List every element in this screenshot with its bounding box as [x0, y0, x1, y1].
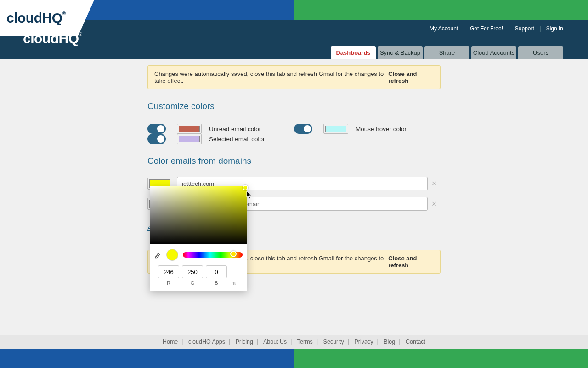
top-utility-links: My Account | Get For Free! | Support | S…	[430, 25, 563, 32]
save-notice: Changes were automatically saved, close …	[147, 65, 441, 89]
domain-remove-1[interactable]: ×	[428, 199, 441, 209]
close-refresh-link[interactable]: Close and refresh	[388, 70, 434, 84]
close-refresh-link-bottom[interactable]: Close and refresh	[388, 255, 434, 269]
label-hover: Mouse hover color	[356, 126, 407, 132]
footer-blog[interactable]: Blog	[384, 339, 395, 345]
logo-text: cloudHQ®	[6, 10, 62, 26]
rgb-r-input[interactable]	[158, 265, 179, 278]
get-free-link[interactable]: Get For Free!	[470, 25, 503, 32]
rgb-b-label: B	[206, 280, 227, 286]
hue-thumb[interactable]	[230, 251, 237, 257]
swatch-unread[interactable]	[177, 124, 202, 134]
nav-tabs: Dashboards Sync & Backup Share Cloud Acc…	[331, 46, 563, 59]
section-title-domains: Color emails from domains	[147, 156, 441, 170]
toggle-hover[interactable]	[294, 124, 312, 134]
saturation-cursor[interactable]	[243, 185, 248, 190]
color-preview	[166, 249, 178, 261]
tab-share[interactable]: Share	[424, 46, 469, 59]
footer-pricing[interactable]: Pricing	[236, 339, 253, 345]
label-selected: Selected email color	[209, 136, 265, 143]
sign-in-link[interactable]: Sign In	[546, 25, 563, 32]
header: cloudHQ® My Account | Get For Free! | Su…	[0, 20, 588, 59]
footer-home[interactable]: Home	[163, 339, 178, 345]
my-account-link[interactable]: My Account	[430, 25, 458, 32]
rgb-b-input[interactable]	[206, 265, 227, 278]
footer-apps[interactable]: cloudHQ Apps	[188, 339, 225, 345]
footer-privacy[interactable]: Privacy	[355, 339, 373, 345]
label-unread: Unread email color	[209, 126, 261, 132]
bottom-color-band	[0, 349, 588, 368]
main-content: Changes were automatically saved, close …	[0, 59, 588, 336]
tab-dashboards[interactable]: Dashboards	[331, 46, 376, 59]
color-mode-toggle[interactable]: ⇅	[230, 281, 239, 286]
color-picker-popup: R G B ⇅	[150, 186, 247, 291]
support-link[interactable]: Support	[515, 25, 534, 32]
tab-sync-backup[interactable]: Sync & Backup	[378, 46, 423, 59]
footer-about[interactable]: About Us	[263, 339, 287, 345]
footer-contact[interactable]: Contact	[406, 339, 425, 345]
saturation-panel[interactable]	[150, 186, 247, 244]
rgb-r-label: R	[158, 280, 179, 286]
footer-terms[interactable]: Terms	[297, 339, 313, 345]
toggle-unread[interactable]	[147, 124, 166, 134]
section-title-customize: Customize colors	[147, 101, 441, 115]
rgb-g-input[interactable]	[182, 265, 203, 278]
tab-cloud-accounts[interactable]: Cloud Accounts	[471, 46, 516, 59]
domain-remove-0[interactable]: ×	[428, 179, 441, 189]
tab-users[interactable]: Users	[518, 46, 563, 59]
eyedropper-icon[interactable]	[154, 251, 162, 259]
hue-slider[interactable]	[183, 252, 243, 258]
footer: Home| cloudHQ Apps| Pricing| About Us| T…	[0, 335, 588, 349]
notice-text: Changes were automatically saved, close …	[154, 70, 388, 84]
footer-security[interactable]: Security	[323, 339, 344, 345]
rgb-g-label: G	[182, 280, 203, 286]
toggle-selected[interactable]	[147, 134, 166, 144]
swatch-hover[interactable]	[323, 124, 348, 134]
swatch-selected[interactable]	[177, 134, 202, 144]
